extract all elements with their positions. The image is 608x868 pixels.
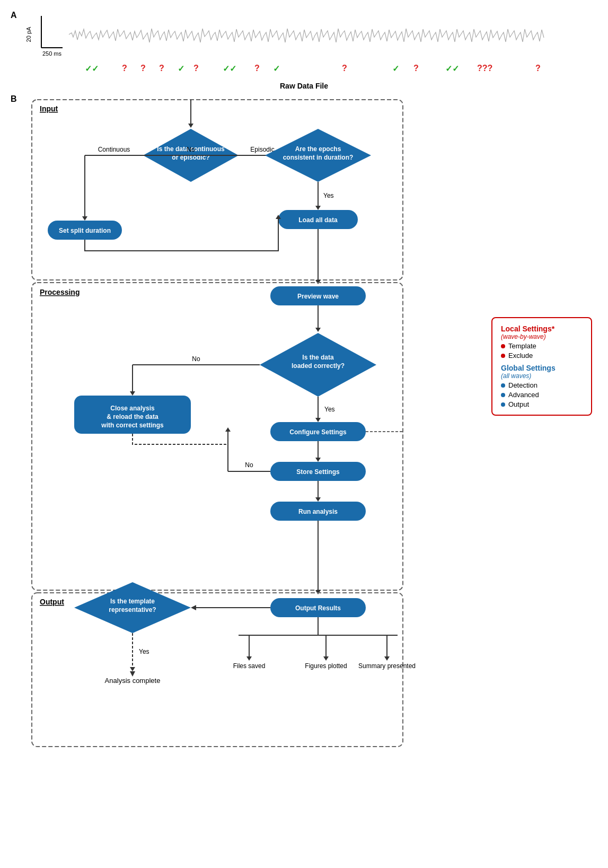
diamond2-text-line1: Are the epochs bbox=[295, 145, 341, 153]
detection-dot bbox=[501, 383, 505, 388]
panel-a: A 20 pA 250 ms ✓✓ ? ? ? ✓ ? ✓✓ ? ✓ ? bbox=[11, 11, 597, 76]
global-item-advanced: Advanced bbox=[501, 391, 583, 399]
svg-marker-23 bbox=[130, 391, 135, 396]
svg-text:250 ms: 250 ms bbox=[42, 50, 62, 57]
exclude-text: Exclude bbox=[508, 352, 533, 360]
close-analysis-line2: & reload the data bbox=[107, 413, 158, 420]
check-11: ✓ bbox=[392, 64, 399, 74]
check-14: ??? bbox=[477, 64, 492, 73]
yes-label-template: Yes bbox=[139, 648, 149, 655]
svg-marker-37 bbox=[191, 605, 196, 610]
global-settings-title: Global Settings bbox=[501, 364, 583, 372]
advanced-text: Advanced bbox=[508, 391, 539, 399]
svg-text:20 pA: 20 pA bbox=[27, 27, 32, 42]
svg-marker-6 bbox=[188, 124, 193, 128]
template-dot bbox=[501, 344, 505, 348]
svg-marker-14 bbox=[315, 206, 321, 210]
svg-marker-44 bbox=[246, 656, 252, 661]
input-label: Input bbox=[40, 104, 58, 113]
close-analysis-line3: with correct settings bbox=[101, 422, 164, 429]
checkmarks-row: ✓✓ ? ? ? ✓ ? ✓✓ ? ✓ ? ✓ ? ✓✓ ??? ? bbox=[42, 60, 562, 76]
panel-b-letter: B bbox=[11, 94, 17, 104]
check-9: ✓ bbox=[273, 64, 280, 74]
yes-label-1: Yes bbox=[323, 192, 334, 199]
diamond2-text-line2: consistent in duration? bbox=[283, 154, 354, 161]
continuous-label: Continuous bbox=[98, 146, 130, 153]
flowchart-svg: Input Is the data continuous or episodic… bbox=[27, 94, 530, 784]
no-label-store: No bbox=[245, 461, 253, 469]
analysis-complete-label: Analysis complete bbox=[105, 677, 161, 685]
check-12: ? bbox=[413, 64, 419, 73]
local-item-template: Template bbox=[501, 342, 583, 350]
global-item-output: Output bbox=[501, 400, 583, 408]
check-5: ✓ bbox=[178, 64, 184, 74]
episodic-label: Episodic bbox=[250, 146, 274, 153]
svg-marker-39 bbox=[130, 667, 135, 671]
svg-marker-48 bbox=[384, 656, 390, 661]
files-saved-label: Files saved bbox=[233, 662, 266, 670]
svg-marker-40 bbox=[130, 671, 135, 677]
svg-marker-30 bbox=[225, 427, 231, 432]
figures-plotted-label: Figures plotted bbox=[305, 662, 347, 670]
local-settings-subtitle: (wave-by-wave) bbox=[501, 333, 583, 340]
svg-rect-4 bbox=[32, 100, 403, 280]
output-results-label: Output Results bbox=[295, 604, 341, 612]
check-3: ? bbox=[140, 64, 146, 73]
check-7: ✓✓ bbox=[223, 64, 236, 74]
waveform-svg: 20 pA 250 ms bbox=[27, 11, 546, 58]
raw-data-label: Raw Data File bbox=[11, 82, 597, 90]
set-split-label: Set split duration bbox=[59, 227, 111, 234]
output-label: Output bbox=[40, 598, 64, 606]
summary-presented-label: Summary presented bbox=[358, 662, 416, 670]
diamond4-text-line2: representative? bbox=[109, 606, 156, 613]
check-10: ? bbox=[342, 64, 347, 73]
svg-marker-9 bbox=[82, 216, 87, 221]
close-analysis-line1: Close analysis bbox=[110, 405, 155, 412]
global-item-detection: Detection bbox=[501, 381, 583, 389]
svg-marker-27 bbox=[315, 458, 321, 462]
diamond3-text-line1: Is the data bbox=[302, 354, 334, 361]
output-dot bbox=[501, 402, 505, 407]
panel-a-letter: A bbox=[11, 11, 17, 20]
exclude-dot bbox=[501, 354, 505, 358]
check-15: ? bbox=[535, 64, 541, 73]
configure-settings-label: Configure Settings bbox=[289, 428, 347, 436]
diamond3-text-line2: loaded correctly? bbox=[292, 362, 345, 370]
yes-label-2: Yes bbox=[324, 406, 335, 413]
check-2: ? bbox=[122, 64, 127, 73]
no-label-loaded: No bbox=[192, 355, 200, 363]
no-label-epochs: No bbox=[187, 146, 195, 153]
preview-wave-label: Preview wave bbox=[297, 293, 339, 300]
diamond4-text-line1: Is the template bbox=[110, 598, 155, 605]
store-settings-label: Store Settings bbox=[296, 468, 340, 476]
detection-text: Detection bbox=[508, 381, 537, 389]
local-item-exclude: Exclude bbox=[501, 352, 583, 360]
template-text: Template bbox=[508, 342, 536, 350]
panel-b: B Input Is the data continuous or episod… bbox=[11, 94, 597, 784]
load-all-label: Load all data bbox=[298, 216, 338, 224]
output-text: Output bbox=[508, 400, 529, 408]
processing-label: Processing bbox=[40, 288, 80, 296]
local-settings-title: Local Settings* bbox=[501, 325, 583, 333]
svg-marker-46 bbox=[323, 656, 329, 661]
run-analysis-label: Run analysis bbox=[298, 508, 338, 515]
flowchart: Input Is the data continuous or episodic… bbox=[27, 94, 597, 784]
check-1: ✓✓ bbox=[85, 64, 99, 74]
check-4: ? bbox=[159, 64, 164, 73]
check-8: ? bbox=[254, 64, 260, 73]
check-6: ? bbox=[193, 64, 199, 73]
svg-marker-32 bbox=[315, 497, 321, 502]
svg-marker-20 bbox=[315, 328, 321, 332]
check-13: ✓✓ bbox=[445, 64, 459, 74]
global-settings-subtitle: (all waves) bbox=[501, 372, 583, 380]
waveform-container: 20 pA 250 ms ✓✓ ? ? ? ✓ ? ✓✓ ? ✓ ? ✓ ? ✓… bbox=[27, 11, 597, 76]
svg-marker-25 bbox=[315, 418, 321, 422]
advanced-dot bbox=[501, 393, 505, 397]
settings-box: Local Settings* (wave-by-wave) Template … bbox=[491, 317, 592, 416]
